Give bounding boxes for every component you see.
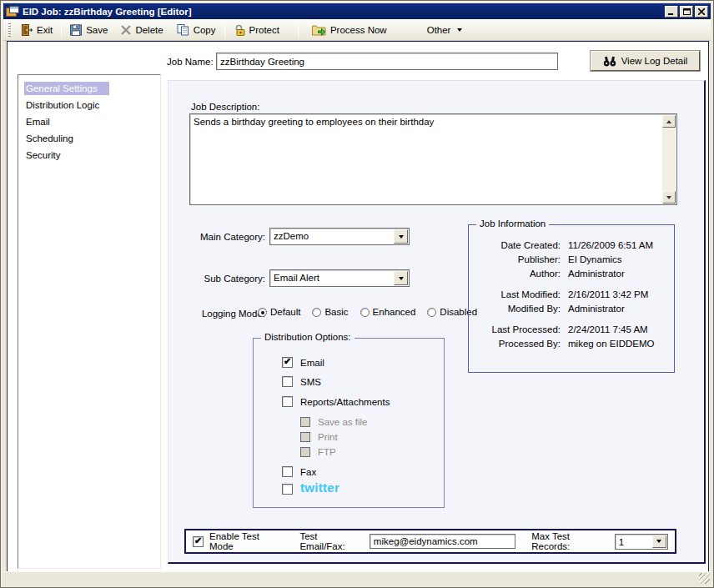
enable-test-mode-checkbox[interactable] <box>193 536 204 547</box>
job-information-title: Job Information <box>476 219 549 229</box>
binoculars-icon <box>603 56 616 67</box>
delete-x-icon <box>121 25 131 35</box>
distribution-options-group: Distribution Options: Email SMS Reports/… <box>253 338 445 508</box>
checkbox-print: Print <box>300 432 338 442</box>
job-description-textarea[interactable]: Sends a birthday greeting to employees o… <box>189 113 677 205</box>
max-test-records-select[interactable]: 1 <box>615 534 668 550</box>
protect-button[interactable]: Protect <box>227 22 286 38</box>
radio-default-label: Default <box>270 307 300 317</box>
checkbox-fax[interactable]: Fax <box>282 466 316 477</box>
other-menu-button[interactable]: Other <box>420 23 470 38</box>
exit-button[interactable]: Exit <box>14 22 59 38</box>
copy-pages-icon <box>177 24 189 36</box>
toolbar: Exit Save Delete <box>3 19 711 41</box>
radio-enhanced[interactable]: Enhanced <box>360 307 416 317</box>
checkbox-reports-attachments[interactable]: Reports/Attachments <box>282 396 390 407</box>
dropdown-button[interactable] <box>394 229 408 244</box>
scroll-up-icon[interactable] <box>662 115 676 128</box>
exit-label: Exit <box>37 25 53 35</box>
checkbox-ftp: FTP <box>300 447 336 457</box>
checkbox-email-label: Email <box>300 358 324 368</box>
dropdown-button[interactable] <box>394 271 408 285</box>
maximize-button[interactable] <box>680 6 693 18</box>
process-now-button[interactable]: Process Now <box>305 22 394 38</box>
checkbox-ftp-label: FTP <box>318 447 336 457</box>
job-description-text: Sends a birthday greeting to employees o… <box>194 117 658 127</box>
delete-label: Delete <box>135 25 163 35</box>
radio-basic[interactable]: Basic <box>312 307 348 317</box>
info-row-author: Author: Administrator <box>469 269 674 279</box>
test-email-input[interactable] <box>370 534 515 549</box>
info-row-last-modified: Last Modified: 2/16/2011 3:42 PM <box>469 289 674 299</box>
checkbox-print-label: Print <box>318 432 338 442</box>
scrollbar[interactable] <box>662 115 676 204</box>
save-floppy-icon <box>70 24 82 36</box>
process-now-icon <box>312 24 326 36</box>
radio-icon <box>427 308 436 317</box>
job-information-group: Job Information Date Created: 11/26/2009… <box>468 224 675 373</box>
toolbar-grip[interactable] <box>8 23 11 37</box>
sidebar-item-general-settings[interactable]: General Settings <box>18 80 160 97</box>
status-bar <box>3 571 711 585</box>
radio-basic-label: Basic <box>324 307 348 317</box>
sidebar-item-email[interactable]: Email <box>18 113 160 130</box>
radio-icon <box>258 308 267 317</box>
radio-enhanced-label: Enhanced <box>373 307 416 317</box>
chevron-down-icon <box>399 235 404 239</box>
checkbox-icon <box>282 396 293 407</box>
checkbox-icon <box>282 357 293 368</box>
info-row-last-processed: Last Processed: 2/24/2011 7:45 AM <box>469 324 674 334</box>
minimize-button[interactable] <box>665 6 678 18</box>
process-now-label: Process Now <box>330 25 387 35</box>
job-name-input[interactable] <box>216 53 558 70</box>
info-row-modified-by: Modified By: Administrator <box>469 304 674 314</box>
title-bar: EID Job: zzBirthday Greeting [Editor] <box>3 3 711 19</box>
delete-button[interactable]: Delete <box>114 23 169 38</box>
sub-category-select[interactable]: Email Alert <box>269 269 410 287</box>
toolbar-separator <box>61 23 62 38</box>
checkbox-sms-label: SMS <box>300 377 321 387</box>
radio-icon <box>360 308 370 317</box>
editor-window: EID Job: zzBirthday Greeting [Editor] <box>0 0 714 588</box>
checkbox-icon <box>300 432 310 442</box>
radio-icon <box>312 308 321 317</box>
view-log-detail-label: View Log Detail <box>621 56 688 66</box>
checkbox-icon <box>300 447 310 457</box>
checkbox-save-as-file-label: Save as file <box>318 417 367 427</box>
copy-button[interactable]: Copy <box>170 22 223 38</box>
save-button[interactable]: Save <box>63 22 114 38</box>
window-icon <box>6 6 19 17</box>
checkbox-fax-label: Fax <box>300 467 316 477</box>
checkbox-sms[interactable]: SMS <box>282 376 321 387</box>
sidebar-item-distribution-logic[interactable]: Distribution Logic <box>18 97 160 113</box>
main-category-value: zzDemo <box>270 229 393 244</box>
info-row-processed-by: Processed By: mikeg on EIDDEMO <box>469 339 674 349</box>
checkbox-icon <box>282 466 293 477</box>
dropdown-button[interactable] <box>652 535 666 548</box>
job-name-label: Job Name: <box>167 57 214 67</box>
protect-lock-icon <box>234 24 245 36</box>
checkbox-email[interactable]: Email <box>282 357 324 368</box>
radio-default[interactable]: Default <box>258 307 300 317</box>
view-log-detail-button[interactable]: View Log Detail <box>591 51 700 71</box>
toolbar-separator <box>298 23 299 38</box>
exit-door-icon <box>21 24 33 36</box>
main-category-select[interactable]: zzDemo <box>269 228 410 245</box>
test-email-label: Test Email/Fax: <box>299 531 363 551</box>
sidebar-item-scheduling[interactable]: Scheduling <box>18 130 160 147</box>
chevron-down-icon <box>457 28 462 32</box>
main-category-label: Main Category: <box>176 232 265 242</box>
checkbox-icon <box>282 376 293 387</box>
resize-grip[interactable] <box>699 573 710 584</box>
scroll-down-icon[interactable] <box>662 191 676 204</box>
chevron-down-icon <box>656 540 661 543</box>
checkbox-reports-label: Reports/Attachments <box>300 397 390 407</box>
checkbox-twitter[interactable]: twitter <box>282 482 339 496</box>
checkbox-icon <box>282 484 293 495</box>
close-button[interactable] <box>695 6 708 18</box>
sub-category-value: Email Alert <box>270 270 393 286</box>
logging-mode-label: Logging Mode: <box>176 309 265 319</box>
sidebar-item-security[interactable]: Security <box>18 147 160 163</box>
toolbar-separator <box>224 23 225 38</box>
checkbox-icon <box>300 417 310 427</box>
